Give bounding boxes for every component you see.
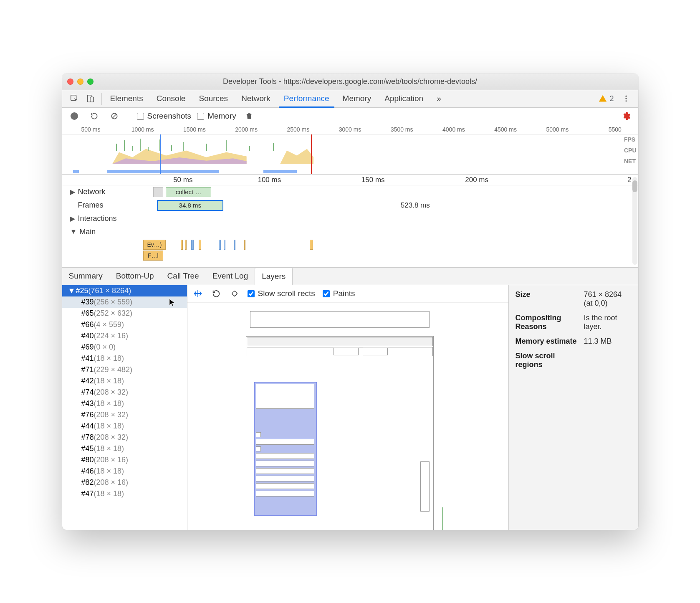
layer-tree-item[interactable]: #76(208 × 32) <box>62 409 187 421</box>
main-tabs-row: Elements Console Sources Network Perform… <box>62 90 638 108</box>
main-flame-blocks[interactable]: Ev…) F…l <box>133 239 638 264</box>
zoom-window-button[interactable] <box>87 79 94 85</box>
layer-tree-item[interactable]: #46(18 × 18) <box>62 466 187 477</box>
rotate-tool-icon[interactable] <box>211 288 222 299</box>
track-interactions[interactable]: ▶Interactions <box>62 212 638 225</box>
layer-dims: (18 × 18) <box>94 489 124 498</box>
flame-tick: 100 ms <box>258 176 281 184</box>
layer-id: #47 <box>81 489 94 498</box>
tab-sources[interactable]: Sources <box>192 90 235 107</box>
screenshots-checkbox-input[interactable] <box>137 113 144 120</box>
reset-view-icon[interactable] <box>229 288 240 299</box>
layers-tree[interactable]: ▼ #25(761 × 8264)#39(256 × 559)#65(252 ×… <box>62 285 187 530</box>
slow-scroll-checkbox[interactable]: Slow scroll rects <box>248 289 315 298</box>
frame-segment-selected[interactable]: 34.8 ms <box>157 200 223 210</box>
layer-tree-item[interactable]: #71(229 × 482) <box>62 364 187 375</box>
detail-tab-summary[interactable]: Summary <box>62 268 109 285</box>
trash-icon[interactable] <box>242 109 256 123</box>
layer-tree-item[interactable]: #43(18 × 18) <box>62 398 187 409</box>
memory-checkbox-input[interactable] <box>197 113 204 120</box>
layer-tree-item[interactable]: #42(18 × 18) <box>62 375 187 387</box>
screenshots-label: Screenshots <box>147 111 192 121</box>
network-segment[interactable] <box>153 187 163 197</box>
devtools-window: Developer Tools - https://developers.goo… <box>62 73 638 530</box>
layer-tree-item[interactable]: #78(208 × 32) <box>62 432 187 443</box>
layer-tree-item[interactable]: #69(0 × 0) <box>62 342 187 353</box>
flamechart-area[interactable]: 50 ms 100 ms 150 ms 200 ms 2 ▶Network co… <box>62 175 638 268</box>
warnings-badge[interactable]: 2 <box>595 94 617 103</box>
layer-dims: (252 × 632) <box>94 309 133 317</box>
net-label: NET <box>624 158 637 165</box>
overview-tick: 4000 ms <box>442 126 465 133</box>
layers-3d-view[interactable] <box>187 303 508 530</box>
network-segment[interactable]: collect … <box>166 187 211 197</box>
flame-tick: 150 ms <box>361 176 385 184</box>
svg-point-5 <box>625 100 627 101</box>
detail-size-label: Size <box>516 290 578 308</box>
layer-tree-item[interactable]: #65(252 × 632) <box>62 308 187 319</box>
cursor-icon <box>169 298 176 307</box>
tab-console[interactable]: Console <box>150 90 192 107</box>
reload-record-button[interactable] <box>87 109 101 123</box>
detail-tab-layers[interactable]: Layers <box>255 268 293 285</box>
layer-id: #43 <box>81 399 94 408</box>
minimize-window-button[interactable] <box>77 79 83 85</box>
layer-dims: (18 × 18) <box>94 444 124 453</box>
layer-tree-item[interactable]: #47(18 × 18) <box>62 488 187 499</box>
pan-tool-icon[interactable] <box>192 288 203 299</box>
layer-tree-item[interactable]: #80(208 × 16) <box>62 454 187 466</box>
track-label-network: Network <box>78 187 106 196</box>
screenshots-checkbox[interactable]: Screenshots <box>137 111 192 121</box>
flame-block-a: Ev…) <box>147 241 162 248</box>
svg-point-3 <box>625 96 627 97</box>
timeline-overview[interactable]: 500 ms 1000 ms 1500 ms 2000 ms 2500 ms 3… <box>62 125 638 175</box>
overview-tick: 2000 ms <box>235 126 258 133</box>
close-window-button[interactable] <box>67 79 73 85</box>
tabs-overflow[interactable]: » <box>430 90 448 107</box>
layer-tree-item[interactable]: #41(18 × 18) <box>62 353 187 364</box>
clear-button[interactable] <box>107 109 121 123</box>
detail-tab-eventlog[interactable]: Event Log <box>206 268 255 285</box>
layer-tree-item[interactable]: #74(208 × 32) <box>62 387 187 398</box>
layer-dims: (208 × 16) <box>94 456 129 464</box>
detail-tabs: Summary Bottom-Up Call Tree Event Log La… <box>62 268 638 285</box>
track-main[interactable]: ▼Main <box>62 225 638 239</box>
paints-checkbox[interactable]: Paints <box>323 289 355 298</box>
layer-tree-item[interactable]: #82(208 × 16) <box>62 477 187 488</box>
layer-tree-item[interactable]: ▼ #25(761 × 8264) <box>62 285 187 296</box>
layer-tree-item[interactable]: #66(4 × 559) <box>62 319 187 330</box>
warning-icon <box>599 94 607 103</box>
flame-block[interactable]: F…l <box>143 251 163 261</box>
slow-scroll-input[interactable] <box>248 290 255 297</box>
detail-tab-bottomup[interactable]: Bottom-Up <box>109 268 161 285</box>
detail-compositing-label: Compositing Reasons <box>516 314 578 331</box>
memory-checkbox[interactable]: Memory <box>197 111 236 121</box>
tab-performance[interactable]: Performance <box>277 90 336 107</box>
flame-block[interactable]: Ev…) <box>143 240 166 250</box>
layer-id: #45 <box>81 444 94 453</box>
cpu-label: CPU <box>624 147 637 154</box>
layer-id: #25 <box>76 286 88 295</box>
record-button[interactable] <box>67 109 81 123</box>
tab-application[interactable]: Application <box>378 90 430 107</box>
frame-b-label: 523.8 ms <box>401 201 430 210</box>
warnings-count: 2 <box>609 94 614 103</box>
kebab-menu-icon[interactable] <box>619 91 633 106</box>
capture-settings-icon[interactable] <box>619 109 633 123</box>
paints-input[interactable] <box>323 290 330 297</box>
layers-panel: ▼ #25(761 × 8264)#39(256 × 559)#65(252 ×… <box>62 285 638 530</box>
layer-tree-item[interactable]: #40(224 × 16) <box>62 330 187 342</box>
tab-memory[interactable]: Memory <box>336 90 378 107</box>
inspect-element-icon[interactable] <box>67 91 81 106</box>
layer-tree-item[interactable]: #39(256 × 559) <box>62 296 187 308</box>
device-toolbar-icon[interactable] <box>83 91 97 106</box>
tab-elements[interactable]: Elements <box>104 90 150 107</box>
layer-tree-item[interactable]: #45(18 × 18) <box>62 443 187 454</box>
layer-tree-item[interactable]: #44(18 × 18) <box>62 421 187 432</box>
tab-network[interactable]: Network <box>235 90 277 107</box>
track-frames[interactable]: ▶Frames 34.8 ms 523.8 ms <box>62 199 638 212</box>
detail-tab-calltree[interactable]: Call Tree <box>161 268 206 285</box>
layer-id: #65 <box>81 309 94 317</box>
track-label-interactions: Interactions <box>78 214 117 223</box>
track-network[interactable]: ▶Network collect … <box>62 185 638 199</box>
